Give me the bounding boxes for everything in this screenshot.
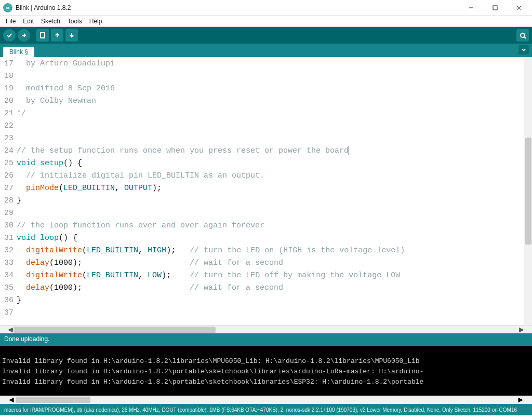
code-line: by Colby Newman: [17, 95, 532, 107]
code-line: }: [17, 294, 532, 307]
code-line: // the setup function runs once when you…: [17, 145, 532, 157]
menubar: File Edit Sketch Tools Help: [0, 16, 532, 27]
code-line: digitalWrite(LED_BUILTIN, HIGH); // turn…: [17, 245, 532, 257]
new-sketch-button[interactable]: [36, 29, 49, 42]
code-line: delay(1000); // wait for a second: [17, 282, 532, 294]
code-line: // initialize digital pin LED_BUILTIN as…: [17, 170, 532, 182]
upload-button[interactable]: [18, 29, 30, 42]
scroll-right-arrow-icon[interactable]: ►: [516, 395, 525, 404]
toolbar: [0, 27, 532, 44]
verify-button[interactable]: [3, 29, 16, 42]
output-console[interactable]: Invalid library found in H:\arduino-1.8.…: [0, 346, 532, 396]
code-line: [17, 307, 532, 319]
code-line: delay(1000); // wait for a second: [17, 257, 532, 269]
close-button[interactable]: [507, 0, 531, 16]
svg-rect-1: [493, 6, 497, 10]
scrollbar-thumb[interactable]: [525, 138, 531, 245]
code-area[interactable]: by Arturo Guadalupi modified 8 Sep 2016 …: [17, 57, 532, 325]
code-line: [17, 132, 532, 145]
app-logo-icon: ∞: [3, 3, 12, 12]
board-config-text: macros for IRAM/PROGMEM), dtr (aka nodem…: [4, 407, 528, 413]
code-line: void setup() {: [17, 157, 532, 170]
code-line: void loop() {: [17, 232, 532, 245]
menu-edit[interactable]: Edit: [19, 17, 37, 26]
console-line: Invalid library found in H:\arduino-1.8.…: [2, 356, 530, 367]
status-bar: Done uploading.: [0, 333, 532, 346]
minimize-button[interactable]: [459, 0, 483, 16]
console-line: Invalid library found in H:\arduino-1.8.…: [2, 367, 530, 377]
console-horizontal-scrollbar[interactable]: ◄ ►: [0, 396, 532, 404]
tab-blink[interactable]: Blink §: [3, 47, 34, 57]
svg-point-8: [521, 33, 525, 37]
tab-menu-dropdown[interactable]: [518, 45, 529, 55]
scroll-left-arrow-icon[interactable]: ◄: [7, 327, 14, 333]
maximize-button[interactable]: [483, 0, 507, 16]
code-line: [17, 70, 532, 83]
editor-vertical-scrollbar[interactable]: [524, 57, 532, 325]
code-line: by Arturo Guadalupi: [17, 58, 532, 70]
code-line: // the loop function runs over and over …: [17, 220, 532, 232]
window-title: Blink | Arduino 1.8.2: [16, 4, 71, 11]
code-line: */: [17, 107, 532, 120]
titlebar: ∞ Blink | Arduino 1.8.2: [0, 0, 532, 16]
tab-bar: Blink §: [0, 44, 532, 57]
text-cursor: [349, 146, 349, 155]
line-number-gutter: 1718192021222324252627282930313233343536…: [0, 57, 17, 325]
svg-line-9: [524, 37, 526, 38]
board-info-footer: macros for IRAM/PROGMEM), dtr (aka nodem…: [0, 404, 532, 415]
scroll-left-arrow-icon[interactable]: ◄: [7, 395, 16, 404]
code-line: }: [17, 195, 532, 207]
code-line: digitalWrite(LED_BUILTIN, LOW); // turn …: [17, 269, 532, 282]
svg-rect-5: [41, 33, 45, 38]
console-line: Invalid library found in H:\arduino-1.8.…: [2, 377, 530, 387]
scroll-right-arrow-icon[interactable]: ►: [518, 327, 525, 333]
editor-horizontal-scrollbar[interactable]: ◄ ►: [0, 325, 532, 333]
code-line: [17, 120, 532, 132]
menu-file[interactable]: File: [2, 17, 19, 26]
save-sketch-button[interactable]: [65, 29, 78, 42]
scrollbar-thumb[interactable]: [14, 327, 216, 333]
code-line: modified 8 Sep 2016: [17, 83, 532, 95]
serial-monitor-button[interactable]: [516, 29, 529, 42]
code-line: [17, 207, 532, 220]
open-sketch-button[interactable]: [51, 29, 63, 42]
code-line: pinMode(LED_BUILTIN, OUTPUT);: [17, 182, 532, 195]
code-editor[interactable]: 1718192021222324252627282930313233343536…: [0, 57, 532, 325]
menu-tools[interactable]: Tools: [64, 17, 86, 26]
menu-help[interactable]: Help: [86, 17, 106, 26]
scrollbar-thumb[interactable]: [16, 397, 91, 403]
menu-sketch[interactable]: Sketch: [37, 17, 64, 26]
